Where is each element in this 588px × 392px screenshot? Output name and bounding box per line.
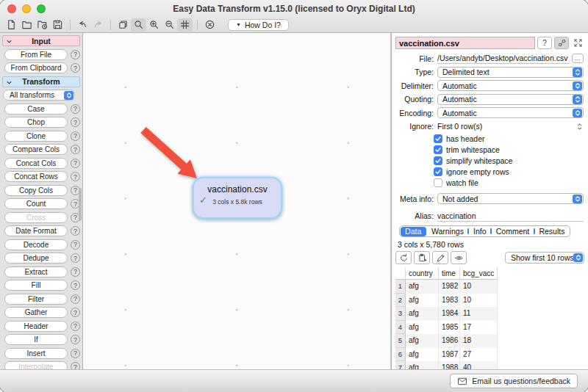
- help-icon[interactable]: ?: [71, 253, 80, 263]
- search-button[interactable]: [131, 18, 146, 32]
- workflow-canvas[interactable]: vaccination.csv ✓ 3 cols x 5.8k rows: [83, 33, 391, 369]
- transform-button[interactable]: Count: [4, 198, 68, 209]
- ignore-spinner[interactable]: First 0 row(s): [437, 122, 584, 131]
- transform-button[interactable]: Compare Cols: [4, 144, 68, 155]
- new-file-button[interactable]: [4, 18, 19, 32]
- table-row[interactable]: 4 afg 1985 17: [395, 321, 588, 335]
- sidebar-scrollbar[interactable]: [79, 188, 82, 221]
- help-icon[interactable]: ?: [71, 117, 80, 127]
- checkbox-row[interactable]: watch file: [434, 178, 588, 188]
- duplicate-button[interactable]: [115, 18, 131, 32]
- help-icon[interactable]: ?: [71, 280, 80, 290]
- transform-button[interactable]: Insert: [4, 348, 68, 359]
- table-row[interactable]: 2 afg 1983 10: [395, 294, 588, 308]
- email-feedback-button[interactable]: Email us questions/feedback: [450, 374, 578, 388]
- file-path-field[interactable]: /Users/andyb/Desktop/vaccination.csv: [437, 53, 569, 64]
- transform-button[interactable]: Date Format: [4, 225, 68, 236]
- input-button[interactable]: From File: [4, 49, 68, 60]
- redo-button[interactable]: [90, 18, 106, 32]
- input-button[interactable]: From Clipboard: [4, 62, 68, 73]
- tab[interactable]: Comment: [491, 226, 534, 236]
- close-button[interactable]: [7, 4, 16, 13]
- help-icon[interactable]: ?: [71, 226, 80, 236]
- help-icon[interactable]: ?: [71, 308, 80, 317]
- alias-field[interactable]: vaccination: [437, 211, 584, 222]
- table-row[interactable]: 3 afg 1984 11: [395, 307, 588, 321]
- grid-toggle-button[interactable]: [177, 18, 193, 32]
- zoom-in-button[interactable]: [146, 18, 162, 32]
- transform-button[interactable]: Decode: [4, 239, 68, 250]
- transform-button[interactable]: Header: [4, 321, 68, 332]
- transform-filter-dropdown[interactable]: All transforms: [3, 90, 75, 101]
- link-nodes-icon[interactable]: [554, 37, 569, 49]
- help-icon[interactable]: ?: [71, 267, 80, 277]
- transform-button[interactable]: Interpolate: [4, 361, 68, 369]
- help-icon[interactable]: ?: [71, 335, 80, 344]
- help-icon[interactable]: ?: [71, 131, 80, 141]
- checkbox-row[interactable]: ignore empty rows: [434, 167, 588, 177]
- type-dropdown[interactable]: Delimited text: [437, 67, 584, 78]
- titlebar[interactable]: Easy Data Transform v1.15.0 (licensed to…: [0, 0, 588, 17]
- table-row[interactable]: 5 afg 1986 18: [395, 334, 588, 348]
- copy-to-clipboard-icon[interactable]: [414, 251, 430, 264]
- spinner-arrows-icon[interactable]: [577, 123, 584, 130]
- input-section-header[interactable]: Input: [2, 35, 80, 46]
- open-recent-button[interactable]: [35, 18, 50, 32]
- help-icon[interactable]: ?: [71, 159, 80, 168]
- transform-button[interactable]: Fill: [4, 280, 68, 291]
- help-icon[interactable]: ?: [71, 322, 80, 331]
- how-do-i-button[interactable]: ▼ How Do I?: [228, 19, 289, 31]
- help-icon[interactable]: ?: [71, 50, 80, 59]
- minimize-button[interactable]: [22, 4, 31, 13]
- table-row[interactable]: 6 afg 1987 27: [395, 348, 588, 362]
- help-icon[interactable]: ?: [71, 240, 80, 250]
- tab[interactable]: Warnings: [426, 226, 468, 236]
- transform-button[interactable]: Case: [4, 104, 68, 115]
- delimiter-dropdown[interactable]: Automatic: [437, 80, 584, 91]
- transform-button[interactable]: Filter: [4, 294, 68, 305]
- rows-shown-dropdown[interactable]: Show first 10 rows: [505, 252, 584, 264]
- node-name-field[interactable]: [395, 37, 535, 49]
- transform-button[interactable]: Clone: [4, 131, 68, 142]
- checkbox-row[interactable]: trim whitespace: [434, 145, 588, 155]
- help-icon[interactable]: ?: [71, 172, 80, 181]
- checkbox-row[interactable]: simplify whitespace: [434, 156, 588, 166]
- undo-button[interactable]: [75, 18, 90, 32]
- transform-section-header[interactable]: Transform: [2, 76, 80, 87]
- transform-button[interactable]: Cross: [4, 212, 68, 223]
- help-icon[interactable]: ?: [537, 37, 552, 49]
- quoting-dropdown[interactable]: Automatic: [437, 94, 584, 105]
- expand-icon[interactable]: [571, 37, 584, 49]
- table-row[interactable]: 7 afg 1988 40: [395, 361, 588, 369]
- transform-button[interactable]: Chop: [4, 117, 68, 128]
- refresh-icon[interactable]: [395, 251, 412, 264]
- fullscreen-button[interactable]: [37, 4, 46, 13]
- tab[interactable]: Data: [401, 227, 426, 236]
- checkbox[interactable]: [434, 156, 442, 165]
- edit-pencil-icon[interactable]: [432, 251, 448, 264]
- eye-icon[interactable]: [451, 251, 467, 264]
- cancel-button[interactable]: [202, 18, 218, 32]
- help-icon[interactable]: ?: [71, 362, 80, 369]
- checkbox[interactable]: [434, 145, 442, 154]
- save-button[interactable]: [50, 18, 65, 32]
- open-file-button[interactable]: [19, 18, 35, 32]
- column-header[interactable]: country: [406, 267, 439, 280]
- checkbox[interactable]: [434, 134, 442, 143]
- transform-button[interactable]: Concat Rows: [4, 171, 68, 182]
- column-header[interactable]: time: [439, 267, 460, 280]
- transform-button[interactable]: Concat Cols: [4, 158, 68, 169]
- transform-button[interactable]: Extract: [4, 266, 68, 277]
- table-row[interactable]: 1 afg 1982 10: [395, 280, 588, 294]
- tab[interactable]: Info: [468, 226, 491, 236]
- vaccination-csv-node[interactable]: vaccination.csv ✓ 3 cols x 5.8k rows: [193, 177, 282, 219]
- help-icon[interactable]: ?: [71, 104, 80, 114]
- checkbox-row[interactable]: has header: [434, 134, 588, 144]
- help-icon[interactable]: ?: [71, 349, 80, 358]
- checkbox[interactable]: [434, 178, 442, 187]
- transform-button[interactable]: Dedupe: [4, 253, 68, 264]
- checkbox[interactable]: [434, 167, 442, 176]
- browse-button[interactable]: ...: [572, 54, 584, 63]
- meta-dropdown[interactable]: Not added: [437, 193, 584, 204]
- zoom-out-button[interactable]: [162, 18, 177, 32]
